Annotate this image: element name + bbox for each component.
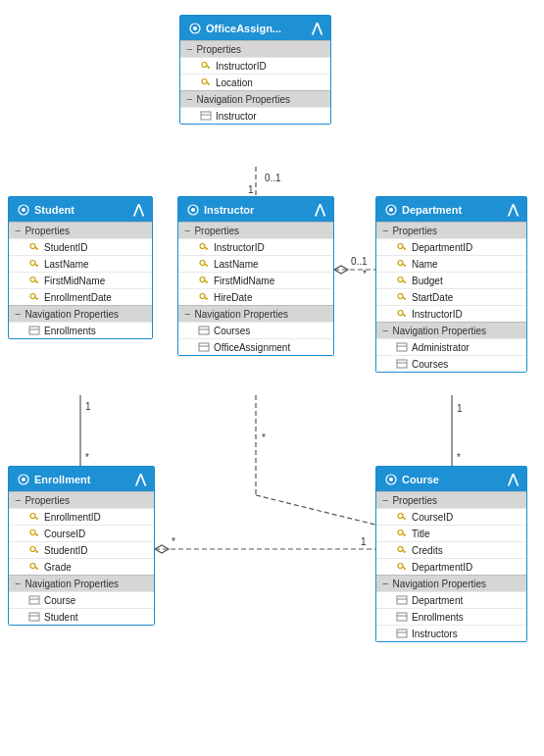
field-firstname-i: FirstMidName [178, 272, 333, 288]
field-courseid-e: CourseID [9, 525, 154, 541]
key-icon-d1 [396, 241, 408, 253]
nav-department-c: Department [376, 591, 526, 608]
entity-icon-enrollment [17, 473, 30, 486]
nav-officeassignment-i: OfficeAssignment [178, 338, 333, 355]
key-icon-d5 [396, 308, 408, 320]
svg-point-66 [398, 244, 403, 249]
nav-student-e: Student [9, 608, 154, 625]
svg-point-78 [398, 311, 403, 316]
nav-instructors-c: Instructors [376, 625, 526, 641]
properties-header: − Properties [180, 40, 330, 57]
svg-rect-119 [397, 613, 407, 621]
key-icon [200, 60, 212, 72]
field-firstname-s: FirstMidName [9, 272, 152, 288]
svg-rect-83 [397, 360, 407, 368]
svg-rect-101 [29, 613, 39, 621]
key-icon-i4 [198, 291, 210, 303]
key-icon-c1 [396, 511, 408, 523]
svg-point-31 [22, 208, 25, 212]
expand-icon-instructor[interactable]: ⋀ [315, 202, 325, 217]
svg-text:*: * [172, 536, 175, 547]
nav-icon-d2 [396, 358, 408, 370]
nav-courses-i: Courses [178, 322, 333, 338]
svg-rect-62 [199, 343, 209, 351]
svg-text:0..1: 0..1 [265, 173, 281, 183]
svg-point-38 [30, 277, 35, 282]
svg-text:1: 1 [361, 536, 367, 547]
field-lastname-s: LastName [9, 255, 152, 272]
field-lastname-i: LastName [178, 255, 333, 272]
svg-point-90 [30, 530, 35, 535]
entity-header-enrollment: Enrollment ⋀ [9, 467, 154, 491]
svg-point-75 [398, 294, 403, 299]
expand-icon-course[interactable]: ⋀ [508, 472, 519, 486]
entity-title-department: Department [402, 204, 462, 216]
svg-rect-44 [29, 327, 39, 334]
field-grade-e: Grade [9, 558, 154, 575]
expand-icon-student[interactable]: ⋀ [133, 202, 144, 217]
nav-icon-d1 [396, 341, 408, 353]
svg-line-11 [256, 495, 375, 525]
nav-icon [200, 110, 212, 122]
svg-point-72 [398, 277, 403, 282]
svg-point-32 [30, 244, 35, 249]
entity-enrollment: Enrollment ⋀ − Properties EnrollmentID C… [8, 466, 155, 626]
key-icon-d2 [396, 258, 408, 270]
field-hiredate-i: HireDate [178, 288, 333, 305]
key-icon-s4 [28, 291, 40, 303]
entity-header-officeassignment: OfficeAssign... ⋀ [180, 16, 330, 40]
nav-courses-d: Courses [376, 355, 526, 372]
field-instructorid-d: InstructorID [376, 305, 526, 322]
svg-point-51 [200, 261, 205, 266]
svg-point-48 [200, 244, 205, 249]
entity-student: Student ⋀ − Properties StudentID LastNam… [8, 196, 153, 339]
expand-icon-department[interactable]: ⋀ [508, 202, 519, 217]
expand-icon[interactable]: ⋀ [312, 21, 322, 35]
svg-rect-60 [199, 327, 209, 334]
nav-icon-i2 [198, 341, 210, 353]
entity-header-student: Student ⋀ [9, 197, 152, 222]
svg-point-57 [200, 294, 205, 299]
nav-icon-c1 [396, 594, 408, 606]
nav-icon-c2 [396, 611, 408, 623]
svg-point-21 [193, 26, 197, 30]
svg-rect-117 [397, 596, 407, 604]
svg-point-25 [202, 79, 207, 84]
field-instructorid-i: InstructorID [178, 238, 333, 255]
key-icon-e3 [28, 544, 40, 556]
field-credits-c: Credits [376, 541, 526, 558]
svg-point-22 [202, 63, 207, 68]
key-icon-c3 [396, 544, 408, 556]
field-startdate-d: StartDate [376, 288, 526, 305]
key-icon-i2 [198, 258, 210, 270]
nav-administrator-d: Administrator [376, 338, 526, 355]
field-name-d: Name [376, 255, 526, 272]
entity-title-student: Student [34, 204, 74, 216]
expand-icon-enrollment[interactable]: ⋀ [135, 472, 146, 486]
entity-header-instructor: Instructor ⋀ [178, 197, 333, 222]
svg-rect-81 [397, 343, 407, 351]
nav-enrollments-c: Enrollments [376, 608, 526, 625]
key-icon-i3 [198, 275, 210, 286]
entity-icon-department [384, 203, 398, 217]
entity-title-enrollment: Enrollment [34, 474, 90, 485]
entity-header-department: Department ⋀ [376, 197, 526, 222]
svg-text:1: 1 [457, 403, 463, 414]
svg-point-108 [398, 530, 403, 535]
key-icon-s3 [28, 275, 40, 286]
svg-text:1: 1 [85, 401, 91, 412]
field-enrolldate: EnrollmentDate [9, 288, 152, 305]
entity-icon [188, 22, 202, 35]
nav-course-e: Course [9, 591, 154, 608]
svg-point-87 [30, 514, 35, 519]
svg-point-96 [30, 564, 35, 569]
svg-text:*: * [363, 269, 367, 279]
svg-point-65 [389, 208, 393, 212]
nav-icon-s [28, 325, 40, 336]
svg-marker-17 [155, 545, 169, 553]
svg-text:*: * [85, 452, 89, 463]
key-icon-c2 [396, 528, 408, 539]
entity-icon-course [384, 473, 398, 486]
entity-header-course: Course ⋀ [376, 467, 526, 491]
svg-point-54 [200, 277, 205, 282]
